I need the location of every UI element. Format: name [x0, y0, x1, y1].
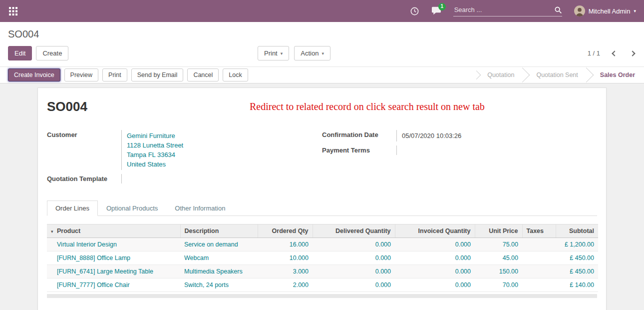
cell-description[interactable]: Webcam [180, 252, 258, 265]
quotation-template-value[interactable] [122, 174, 127, 184]
sheet-header: SO004 Redirect to related record on clic… [47, 99, 597, 114]
page: 1 Mitchell Admin [0, 0, 644, 310]
breadcrumb: SO004 [0, 22, 644, 42]
preview-button[interactable]: Preview [64, 68, 98, 82]
apps-menu-icon[interactable] [7, 5, 19, 18]
lock-button[interactable]: Lock [223, 68, 248, 82]
cell-delivered-qty: 0.000 [313, 278, 395, 292]
statusbar-states: Quotation Quotation Sent Sales Order [476, 67, 644, 83]
breadcrumb-title[interactable]: SO004 [8, 28, 39, 40]
customer-street: 1128 Lunetta Street [127, 140, 183, 150]
cell-invoiced-qty: 0.000 [395, 265, 475, 278]
status-step-label: Sales Order [600, 72, 635, 78]
order-line-row[interactable]: [FURN_8888] Office Lamp Webcam 10.000 0.… [47, 252, 598, 265]
action-menu-label: Action [301, 50, 319, 57]
topbar: 1 Mitchell Admin [0, 0, 644, 22]
customer-name-link[interactable]: Gemini Furniture [127, 131, 183, 140]
column-caret-icon[interactable]: ▾ [51, 229, 53, 234]
print-button[interactable]: Print [102, 68, 127, 82]
action-menu-button[interactable]: Action ▾ [294, 46, 330, 60]
cell-ordered-qty: 16.000 [258, 238, 313, 252]
cell-description[interactable]: Switch, 24 ports [180, 278, 258, 292]
activities-clock-icon[interactable] [410, 6, 419, 16]
customer-value: Gemini Furniture 1128 Lunetta Street Tam… [122, 130, 183, 170]
statusbar: Create Invoice Preview Print Send by Ema… [0, 66, 644, 84]
record-title: SO004 [47, 99, 87, 114]
cell-product[interactable]: [FURN_6741] Large Meeting Table [47, 265, 180, 278]
user-name: Mitchell Admin [589, 8, 631, 15]
messages-badge: 1 [438, 3, 446, 10]
payment-terms-value[interactable] [397, 146, 402, 155]
search-input[interactable] [453, 6, 550, 14]
customer-country: United States [127, 160, 183, 169]
send-by-email-button[interactable]: Send by Email [131, 68, 184, 82]
cell-ordered-qty: 2.000 [258, 278, 313, 292]
col-delivered-quantity[interactable]: Delivered Quantity [313, 224, 395, 238]
customer-field: Customer Gemini Furniture 1128 Lunetta S… [47, 130, 322, 170]
quotation-template-label: Quotation Template [47, 174, 122, 184]
confirmation-date-label: Confirmation Date [322, 130, 397, 142]
form-sheet: SO004 Redirect to related record on clic… [37, 88, 607, 310]
cell-ordered-qty: 3.000 [258, 265, 313, 278]
customer-city: Tampa FL 33634 [127, 150, 183, 160]
confirmation-date-value: 05/07/2020 10:03:26 [397, 130, 461, 142]
cell-description[interactable]: Multimedia Speakers [180, 265, 258, 278]
cell-unit-price: 75.00 [475, 238, 522, 252]
cell-invoiced-qty: 0.000 [395, 238, 475, 252]
messages-icon[interactable]: 1 [431, 6, 441, 16]
col-ordered-qty[interactable]: Ordered Qty [258, 224, 313, 238]
tab-optional-products[interactable]: Optional Products [98, 200, 166, 216]
pager-previous-button[interactable] [611, 50, 618, 57]
customer-label: Customer [47, 130, 122, 170]
col-taxes[interactable]: Taxes [522, 224, 556, 238]
control-panel: Edit Create Print ▾ Action ▾ 1 / 1 [0, 42, 644, 66]
cell-product[interactable]: [FURN_8888] Office Lamp [47, 252, 180, 265]
create-invoice-button[interactable]: Create Invoice [8, 68, 60, 82]
col-product-label: Product [57, 228, 80, 234]
col-product[interactable]: ▾ Product [47, 224, 180, 238]
action-menus: Print ▾ Action ▾ [258, 46, 330, 60]
horizontal-scrollbar[interactable] [47, 294, 597, 298]
cell-subtotal: £ 1,200.00 [556, 238, 598, 252]
edit-button[interactable]: Edit [8, 46, 32, 60]
chevron-down-icon: ▾ [281, 51, 283, 56]
cancel-button[interactable]: Cancel [187, 68, 219, 82]
status-step-sales-order[interactable]: Sales Order [589, 67, 644, 83]
cell-delivered-qty: 0.000 [313, 238, 395, 252]
create-button[interactable]: Create [36, 46, 68, 60]
print-menu-button[interactable]: Print ▾ [258, 46, 289, 60]
search-icon[interactable] [554, 6, 562, 14]
chevron-right-icon [630, 50, 635, 56]
field-groups: Customer Gemini Furniture 1128 Lunetta S… [47, 130, 597, 188]
order-line-row[interactable]: [FURN_6741] Large Meeting Table Multimed… [47, 265, 598, 278]
pager-next-button[interactable] [629, 50, 636, 57]
cell-taxes [522, 252, 556, 265]
tab-order-lines[interactable]: Order Lines [47, 200, 98, 216]
user-menu[interactable]: Mitchell Admin ▾ [574, 6, 637, 16]
col-description[interactable]: Description [180, 224, 258, 238]
cell-description[interactable]: Service on demand [180, 238, 258, 252]
col-invoiced-quantity[interactable]: Invoiced Quantity [395, 224, 475, 238]
cell-unit-price: 45.00 [475, 252, 522, 265]
topbar-search [453, 6, 562, 16]
notebook-tabs: Order Lines Optional Products Other Info… [47, 200, 597, 216]
order-lines-table: ▾ Product Description Ordered Qty Delive… [47, 224, 598, 292]
cell-subtotal: £ 450.00 [556, 252, 598, 265]
col-unit-price[interactable]: Unit Price [475, 224, 522, 238]
payment-terms-label: Payment Terms [322, 146, 397, 155]
col-subtotal[interactable]: Subtotal [556, 224, 598, 238]
tab-other-information[interactable]: Other Information [166, 200, 234, 216]
status-step-label: Quotation Sent [536, 72, 578, 78]
cell-product[interactable]: Virtual Interior Design [47, 238, 180, 252]
statusbar-buttons: Create Invoice Preview Print Send by Ema… [8, 68, 248, 82]
chevron-left-icon [612, 50, 617, 56]
cell-ordered-qty: 10.000 [258, 252, 313, 265]
order-line-row[interactable]: Virtual Interior Design Service on deman… [47, 238, 598, 252]
avatar [574, 6, 585, 16]
cell-subtotal: £ 450.00 [556, 265, 598, 278]
confirmation-date-field: Confirmation Date 05/07/2020 10:03:26 [322, 130, 597, 142]
cell-product[interactable]: [FURN_7777] Office Chair [47, 278, 180, 292]
order-line-row[interactable]: [FURN_7777] Office Chair Switch, 24 port… [47, 278, 598, 292]
view-buttons: Edit Create [8, 46, 68, 60]
pager: 1 / 1 [588, 50, 636, 57]
